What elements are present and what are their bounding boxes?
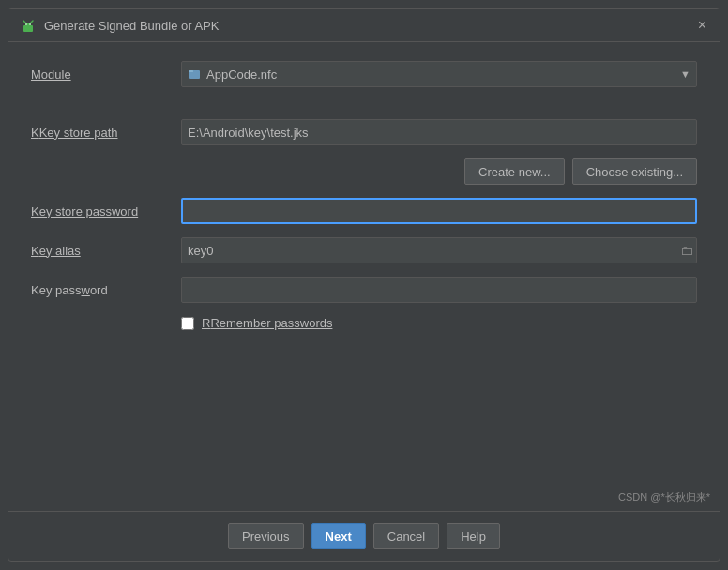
choose-existing-button[interactable]: Choose existing... <box>572 158 697 185</box>
svg-line-2 <box>23 21 25 22</box>
key-alias-label: Key alias <box>31 244 181 258</box>
svg-rect-7 <box>189 70 193 72</box>
key-alias-input[interactable] <box>181 237 697 263</box>
next-button[interactable]: Next <box>311 523 366 549</box>
close-button[interactable]: × <box>696 18 708 33</box>
dialog-title: Generate Signed Bundle or APK <box>44 19 689 33</box>
remember-passwords-checkbox[interactable] <box>181 317 194 330</box>
keystore-path-input[interactable] <box>181 119 697 145</box>
module-label: Module <box>31 68 181 82</box>
key-store-password-input[interactable] <box>181 198 697 224</box>
help-button[interactable]: Help <box>447 523 500 549</box>
remember-passwords-row: RRemember passwords <box>181 316 697 330</box>
key-store-password-row: Key store password <box>31 198 697 224</box>
watermark: CSDN @*长秋归来* <box>618 490 710 504</box>
key-alias-browse-icon[interactable]: 🗀 <box>680 243 693 258</box>
module-select-content: AppCode.nfc <box>188 68 277 82</box>
keystore-path-label: KKey store path <box>31 126 181 140</box>
title-bar: Generate Signed Bundle or APK × <box>8 9 720 42</box>
dropdown-arrow-icon: ▼ <box>680 68 690 80</box>
module-value: AppCode.nfc <box>206 68 277 82</box>
module-select[interactable]: AppCode.nfc ▼ <box>181 61 697 87</box>
svg-point-4 <box>25 23 27 25</box>
key-alias-row: Key alias 🗀 <box>31 237 697 263</box>
android-icon <box>20 17 37 34</box>
svg-point-5 <box>29 23 31 25</box>
previous-button[interactable]: Previous <box>228 523 304 549</box>
svg-line-3 <box>31 21 33 22</box>
key-store-password-label: Key store password <box>31 204 181 218</box>
key-password-row: Key password <box>31 277 697 303</box>
key-alias-input-wrapper: 🗀 <box>181 237 697 263</box>
keystore-buttons-row: Create new... Choose existing... <box>181 158 697 185</box>
generate-signed-dialog: Generate Signed Bundle or APK × Module A… <box>8 8 720 562</box>
cancel-button[interactable]: Cancel <box>373 523 439 549</box>
key-password-label: Key password <box>31 283 181 297</box>
dialog-content: Module AppCode.nfc ▼ KKey store path <box>8 42 720 511</box>
remember-passwords-label: RRemember passwords <box>202 316 332 330</box>
module-row: Module AppCode.nfc ▼ <box>31 61 697 87</box>
create-new-button[interactable]: Create new... <box>464 158 565 185</box>
module-folder-icon <box>188 68 201 81</box>
key-password-input[interactable] <box>181 277 697 303</box>
keystore-path-row: KKey store path <box>31 119 697 145</box>
dialog-footer: Previous Next Cancel Help <box>8 511 720 561</box>
